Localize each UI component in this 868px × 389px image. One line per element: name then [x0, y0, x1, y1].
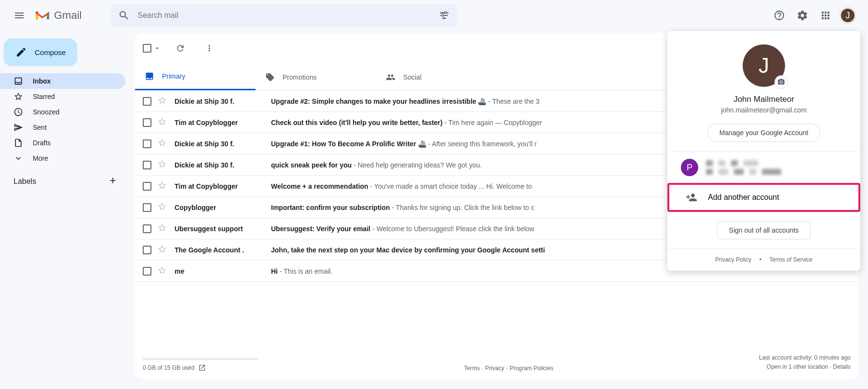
email-preview: - After seeing this framework, you'll r — [426, 140, 537, 148]
manage-account-button[interactable]: Manage your Google Account — [707, 124, 820, 142]
checkbox-icon[interactable] — [143, 44, 151, 53]
sidebar-item-sent[interactable]: Sent — [0, 120, 125, 135]
row-checkbox[interactable] — [143, 97, 151, 106]
email-subject: Hi — [271, 267, 278, 275]
add-label-button[interactable] — [108, 176, 118, 187]
activity-text: Last account activity: 0 minutes ago — [759, 353, 851, 362]
row-checkbox[interactable] — [143, 139, 151, 148]
settings-button[interactable] — [793, 6, 812, 25]
compose-button[interactable]: Compose — [4, 39, 77, 66]
email-preview: - Need help generating ideas? We got you… — [352, 161, 482, 169]
tab-primary[interactable]: Primary — [135, 64, 256, 90]
tab-social[interactable]: Social — [376, 64, 497, 90]
search-input[interactable] — [137, 11, 438, 20]
dropdown-arrow-icon[interactable] — [153, 44, 161, 52]
row-checkbox[interactable] — [143, 246, 151, 254]
labels-title: Labels — [14, 177, 36, 186]
account-popup: J John Mailmeteor john.mailmeteor@gmail.… — [667, 31, 860, 271]
storage-text: 0 GB of 15 GB used — [143, 364, 194, 371]
sidebar-item-label: Snoozed — [33, 108, 59, 116]
details-link[interactable]: Details — [833, 363, 851, 370]
account-avatar[interactable]: J — [839, 7, 856, 24]
email-subject: quick sneak peek for you — [271, 161, 352, 169]
star-button[interactable] — [157, 265, 167, 277]
change-photo-button[interactable] — [774, 75, 788, 89]
more-button[interactable] — [200, 39, 219, 58]
sidebar-item-label: Starred — [33, 93, 55, 100]
camera-icon — [777, 78, 785, 86]
email-sender: Copyblogger — [175, 204, 271, 211]
star-button[interactable] — [157, 202, 167, 213]
support-button[interactable] — [770, 6, 789, 25]
main-menu-button[interactable] — [8, 4, 31, 27]
search-bar[interactable] — [110, 4, 458, 27]
row-checkbox[interactable] — [143, 203, 151, 212]
header: Gmail J — [0, 0, 868, 31]
footer-links: Terms · Privacy · Program Policies — [464, 365, 553, 372]
row-checkbox[interactable] — [143, 118, 151, 127]
inbox-tab-icon — [145, 71, 154, 81]
account-email: john.mailmeteor@gmail.com — [677, 106, 851, 114]
sidebar-item-snoozed[interactable]: Snoozed — [0, 104, 125, 120]
search-icon[interactable] — [118, 10, 130, 21]
star-outline-icon — [157, 244, 167, 254]
email-sender: The Google Account . — [175, 246, 271, 254]
popup-footer: Privacy Policy • Terms of Service — [667, 249, 860, 271]
star-button[interactable] — [157, 223, 167, 234]
apps-button[interactable] — [816, 6, 835, 25]
apps-grid-icon — [820, 10, 831, 21]
plus-icon — [108, 176, 118, 185]
logo-area[interactable]: Gmail — [35, 9, 81, 22]
svg-point-1 — [445, 12, 447, 14]
account-header: J John Mailmeteor john.mailmeteor@gmail.… — [667, 31, 860, 152]
add-account-label: Add another account — [708, 193, 779, 202]
terms-service-link[interactable]: Terms of Service — [769, 256, 812, 263]
privacy-link[interactable]: Privacy — [485, 365, 504, 372]
star-outline-icon — [157, 138, 167, 148]
row-checkbox[interactable] — [143, 224, 151, 233]
sidebar-item-label: Drafts — [33, 139, 51, 147]
star-button[interactable] — [157, 181, 167, 192]
labels-header: Labels — [0, 166, 125, 191]
star-outline-icon — [157, 265, 167, 275]
select-all[interactable] — [143, 44, 161, 53]
other-account-item[interactable]: P — [667, 152, 860, 183]
sidebar-item-more[interactable]: More — [0, 151, 125, 166]
star-icon — [14, 92, 23, 101]
star-button[interactable] — [157, 244, 167, 255]
row-checkbox[interactable] — [143, 267, 151, 276]
privacy-policy-link[interactable]: Privacy Policy — [715, 256, 751, 263]
clock-icon — [14, 107, 23, 117]
file-icon — [14, 138, 23, 148]
star-button[interactable] — [157, 138, 167, 149]
email-preview: - Thanks for signing up. Click the link … — [390, 204, 534, 211]
open-external-icon[interactable] — [198, 364, 206, 372]
star-button[interactable] — [157, 96, 167, 107]
add-account-button[interactable]: Add another account — [667, 183, 860, 212]
terms-link[interactable]: Terms — [464, 365, 480, 372]
star-button[interactable] — [157, 117, 167, 128]
account-name: John Mailmeteor — [677, 95, 851, 104]
policies-link[interactable]: Program Policies — [510, 365, 554, 372]
refresh-button[interactable] — [171, 39, 190, 58]
email-preview: - This is an email. — [278, 267, 332, 275]
row-checkbox[interactable] — [143, 161, 151, 169]
email-preview: - You've made a smart choice today ... H… — [368, 182, 532, 190]
row-checkbox[interactable] — [143, 182, 151, 191]
signout-button[interactable]: Sign out of all accounts — [717, 221, 811, 239]
email-subject: John, take the next step on your Mac dev… — [271, 246, 545, 254]
sidebar-item-drafts[interactable]: Drafts — [0, 135, 125, 151]
sidebar-item-inbox[interactable]: Inbox — [0, 73, 125, 89]
star-button[interactable] — [157, 159, 167, 170]
footer: 0 GB of 15 GB used Terms · Privacy · Pro… — [143, 353, 851, 372]
more-vert-icon — [204, 43, 214, 53]
star-outline-icon — [157, 159, 167, 169]
footer-activity: Last account activity: 0 minutes ago Ope… — [759, 353, 851, 372]
person-add-icon — [686, 192, 697, 203]
star-outline-icon — [157, 202, 167, 211]
tab-label: Promotions — [283, 73, 317, 81]
tab-promotions[interactable]: Promotions — [256, 64, 376, 90]
email-preview: - These are the 3 — [486, 97, 539, 105]
search-options-icon[interactable] — [438, 10, 450, 21]
sidebar-item-starred[interactable]: Starred — [0, 89, 125, 104]
